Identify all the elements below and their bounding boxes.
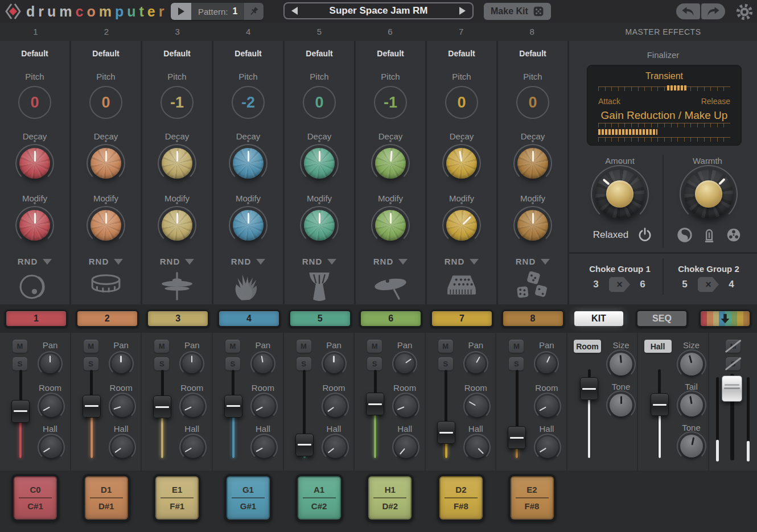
fader-cap[interactable] bbox=[437, 421, 455, 444]
preset-name[interactable]: Default bbox=[234, 49, 261, 59]
preset-name[interactable]: Default bbox=[377, 49, 404, 59]
room-size-knob[interactable] bbox=[610, 353, 632, 376]
hall-send-knob[interactable] bbox=[182, 436, 204, 458]
mute-button[interactable]: M bbox=[367, 340, 382, 353]
channel-fader[interactable] bbox=[224, 370, 243, 458]
mute-button[interactable]: M bbox=[154, 340, 169, 353]
drum-pad[interactable]: D2 F#8 bbox=[437, 474, 485, 522]
room-return-fader[interactable] bbox=[579, 369, 599, 458]
pattern-display[interactable]: Pattern: 1 bbox=[191, 3, 244, 20]
modify-knob[interactable] bbox=[162, 210, 192, 241]
channel-fader[interactable] bbox=[365, 370, 385, 458]
solo-button[interactable]: S bbox=[509, 357, 524, 370]
master-fader[interactable] bbox=[722, 374, 742, 460]
decay-knob[interactable] bbox=[162, 148, 192, 179]
fader-cap[interactable] bbox=[651, 393, 669, 416]
mute-button[interactable]: M bbox=[225, 340, 240, 353]
mute-button[interactable]: M bbox=[438, 340, 453, 353]
pan-knob[interactable] bbox=[537, 354, 556, 373]
choke-2-right-value[interactable]: 4 bbox=[725, 279, 738, 290]
hall-send-knob[interactable] bbox=[324, 436, 346, 458]
decay-knob[interactable] bbox=[233, 148, 264, 179]
room-send-knob[interactable] bbox=[40, 395, 62, 417]
pitch-value-dial[interactable]: 0 bbox=[445, 86, 478, 119]
finalizer-display[interactable]: Transient Attack Release Gain Reduction … bbox=[587, 65, 742, 146]
drum-pad[interactable]: H1 D#2 bbox=[366, 474, 414, 522]
channel-select-button[interactable]: 3 bbox=[146, 310, 209, 328]
decay-knob[interactable] bbox=[446, 148, 477, 179]
randomize-control[interactable]: RND bbox=[373, 257, 408, 266]
decay-knob[interactable] bbox=[90, 148, 121, 179]
choke-x-icon[interactable]: × bbox=[698, 277, 719, 292]
drum-pad[interactable]: E1 F#1 bbox=[153, 474, 201, 522]
solo-button[interactable]: S bbox=[225, 357, 240, 370]
channel-select-button[interactable]: 8 bbox=[501, 310, 565, 328]
hall-size-knob[interactable] bbox=[680, 353, 703, 376]
tab-seq[interactable]: SEQ bbox=[636, 310, 688, 328]
preset-selector[interactable]: Super Space Jam RM bbox=[283, 2, 474, 19]
pitch-value-dial[interactable]: 0 bbox=[18, 86, 51, 119]
decay-knob[interactable] bbox=[19, 148, 50, 179]
fader-cap[interactable] bbox=[83, 395, 101, 418]
drum-pad[interactable]: G1 G#1 bbox=[224, 474, 272, 522]
hall-send-knob[interactable] bbox=[537, 436, 558, 458]
hall-tail-knob[interactable] bbox=[680, 394, 703, 416]
pan-knob[interactable] bbox=[253, 354, 273, 373]
power-button[interactable] bbox=[636, 226, 653, 244]
pan-knob[interactable] bbox=[182, 354, 201, 373]
fader-cap[interactable] bbox=[11, 400, 30, 423]
mute-button[interactable]: M bbox=[297, 340, 311, 353]
pitch-value-dial[interactable]: -1 bbox=[161, 86, 194, 119]
channel-fader[interactable] bbox=[11, 370, 30, 458]
hall-send-knob[interactable] bbox=[253, 436, 275, 458]
prev-arrow-icon[interactable] bbox=[291, 7, 298, 15]
modify-knob[interactable] bbox=[233, 210, 264, 241]
randomize-control[interactable]: RND bbox=[302, 257, 337, 266]
room-send-knob[interactable] bbox=[466, 395, 488, 417]
channel-select-button[interactable]: 2 bbox=[76, 310, 139, 328]
pitch-value-dial[interactable]: 0 bbox=[303, 86, 336, 119]
randomize-control[interactable]: RND bbox=[231, 257, 266, 266]
modify-knob[interactable] bbox=[446, 210, 477, 241]
fader-cap[interactable] bbox=[722, 376, 742, 402]
pan-knob[interactable] bbox=[324, 354, 344, 373]
channel-select-button[interactable]: 1 bbox=[5, 310, 68, 328]
room-send-knob[interactable] bbox=[182, 395, 204, 417]
channel-fader[interactable] bbox=[153, 370, 172, 458]
drum-pad[interactable]: D1 D#1 bbox=[83, 474, 130, 522]
pitch-value-dial[interactable]: -1 bbox=[374, 86, 407, 119]
pitch-value-dial[interactable]: -2 bbox=[232, 86, 265, 119]
channel-select-button[interactable]: 6 bbox=[359, 310, 422, 328]
solo-button[interactable]: S bbox=[438, 357, 453, 370]
drum-pad[interactable]: C0 C#1 bbox=[11, 474, 59, 522]
randomize-control[interactable]: RND bbox=[160, 257, 195, 266]
solo-button[interactable]: S bbox=[297, 357, 311, 370]
modify-knob[interactable] bbox=[19, 210, 50, 241]
pan-knob[interactable] bbox=[40, 354, 60, 373]
pan-knob[interactable] bbox=[395, 354, 414, 373]
fader-cap[interactable] bbox=[295, 434, 314, 456]
kick-drum-icon[interactable] bbox=[15, 271, 54, 303]
choke-1-left-value[interactable]: 3 bbox=[590, 279, 602, 290]
solo-button[interactable]: S bbox=[154, 357, 169, 370]
modify-knob[interactable] bbox=[304, 210, 335, 241]
fader-cap[interactable] bbox=[153, 395, 171, 418]
mute-button[interactable]: M bbox=[84, 340, 98, 353]
modify-knob[interactable] bbox=[517, 210, 548, 241]
solo-button[interactable]: S bbox=[13, 357, 27, 370]
pan-knob[interactable] bbox=[112, 354, 131, 373]
preset-name[interactable]: Default bbox=[92, 49, 119, 59]
amount-knob[interactable] bbox=[595, 170, 644, 218]
ride-cymbal-icon[interactable] bbox=[371, 271, 410, 303]
randomize-control[interactable]: RND bbox=[445, 257, 479, 266]
channel-select-button[interactable]: 5 bbox=[289, 310, 352, 328]
pin-button[interactable] bbox=[244, 3, 264, 20]
synthesizer-icon[interactable] bbox=[442, 271, 481, 303]
fader-cap[interactable] bbox=[580, 377, 598, 400]
undo-button[interactable] bbox=[676, 3, 700, 19]
next-arrow-icon[interactable] bbox=[459, 7, 466, 15]
preset-name[interactable]: Default bbox=[448, 49, 475, 59]
drum-pad[interactable]: E2 F#8 bbox=[508, 474, 556, 522]
decay-knob[interactable] bbox=[517, 148, 548, 179]
choke-2-left-value[interactable]: 5 bbox=[678, 279, 691, 290]
